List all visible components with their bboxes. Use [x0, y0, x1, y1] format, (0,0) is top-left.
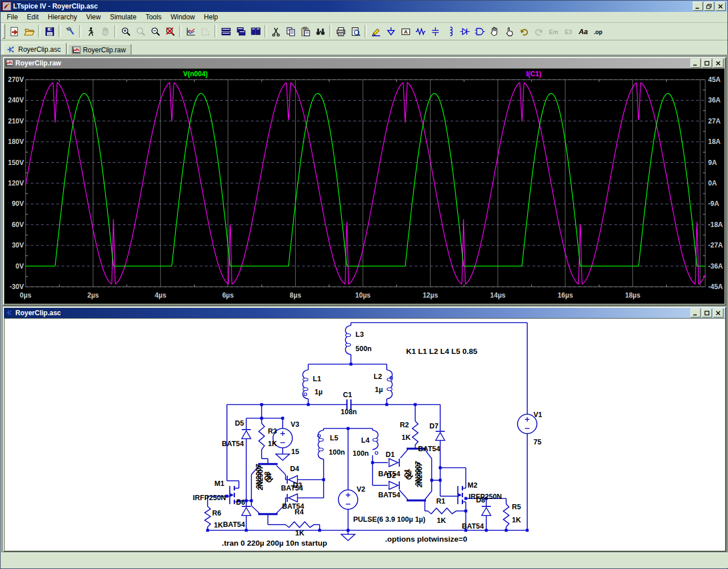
menu-window[interactable]: Window	[166, 13, 200, 22]
diode-symbol[interactable]	[389, 481, 398, 489]
cascade-windows-button[interactable]	[233, 24, 248, 39]
tile-vertical-button[interactable]	[248, 24, 263, 39]
diode-symbol[interactable]	[482, 508, 491, 516]
draw-wire-button[interactable]	[369, 24, 383, 39]
app-titlebar[interactable]: LTspice IV - RoyerClip.asc	[1, 1, 727, 12]
copy-button[interactable]	[283, 24, 298, 39]
wire[interactable]	[399, 490, 408, 500]
plot-settings-button[interactable]	[198, 24, 213, 39]
place-ground-button[interactable]	[383, 24, 398, 39]
open-button[interactable]	[22, 24, 36, 39]
spice-directive-button[interactable]: .op	[590, 24, 605, 39]
svg-text:A: A	[404, 28, 408, 34]
svg-text:.op: .op	[593, 28, 602, 35]
place-diode-button[interactable]	[457, 24, 472, 39]
mirror-button[interactable]: Em	[546, 24, 561, 39]
place-inductor-button[interactable]	[442, 24, 457, 39]
schematic-label-m2: M2	[468, 481, 477, 489]
tab-royerclip-raw[interactable]: RoyerClip.raw	[68, 44, 131, 56]
schematic-minimize-button[interactable]	[690, 308, 701, 318]
undo-button[interactable]	[516, 24, 531, 39]
trace-label-voltage[interactable]: V(n004)	[183, 70, 208, 78]
save-button[interactable]	[42, 24, 57, 39]
schematic-window: RoyerClip.asc L3500nK1 L1 L2 L4 L5 0.85L…	[3, 307, 726, 552]
diode-symbol[interactable]	[436, 432, 445, 440]
waveform-window-titlebar[interactable]: RoyerClip.raw	[4, 58, 725, 68]
app-minimize-button[interactable]	[693, 2, 703, 11]
wire[interactable]	[425, 491, 432, 500]
run-button[interactable]	[83, 24, 98, 39]
waveform-restore-button[interactable]	[702, 59, 712, 68]
place-net-label-button[interactable]: A	[398, 24, 413, 39]
ground-symbol[interactable]	[276, 454, 289, 460]
zoom-in-button[interactable]	[118, 24, 133, 39]
schematic-label-d6v: BAT54	[223, 521, 245, 529]
halt-button[interactable]	[98, 24, 113, 39]
control-panel-icon	[65, 26, 76, 37]
waveform-close-button[interactable]	[713, 59, 723, 68]
waveform-window-icon	[5, 59, 14, 67]
wire-node	[245, 500, 248, 502]
resistor-symbol[interactable]	[205, 506, 210, 527]
schematic-canvas[interactable]: L3500nK1 L1 L2 L4 L5 0.85L11µL21µC1108nD…	[4, 318, 725, 551]
x-tick-label: 6µs	[222, 291, 234, 299]
wire[interactable]	[400, 450, 408, 458]
menu-tools[interactable]: Tools	[141, 13, 166, 22]
undo-zoom-button[interactable]	[163, 24, 177, 39]
tab-royerclip-asc[interactable]: RoyerClip.asc	[3, 43, 67, 56]
menu-file[interactable]: File	[2, 13, 22, 22]
tile-horizontal-button[interactable]	[218, 24, 233, 39]
schematic-close-button[interactable]	[713, 308, 723, 318]
wire-node	[322, 479, 325, 481]
drag-button[interactable]	[502, 24, 516, 39]
diode-symbol[interactable]	[242, 431, 251, 439]
redo-button[interactable]	[531, 24, 546, 39]
print-button[interactable]	[333, 24, 348, 39]
inductor-symbol[interactable]	[303, 370, 308, 399]
print-preview-button[interactable]	[348, 24, 363, 39]
app-restore-button[interactable]	[704, 2, 714, 11]
zoom-out-button[interactable]	[148, 24, 163, 39]
resistor-symbol[interactable]	[428, 508, 456, 514]
diode-symbol[interactable]	[242, 508, 251, 516]
place-text-button[interactable]: Aa	[576, 24, 590, 39]
paste-button[interactable]	[298, 24, 313, 39]
trace-label-current[interactable]: I(C1)	[526, 70, 541, 78]
inductor-symbol[interactable]	[345, 325, 351, 354]
rotate-button[interactable]: E3	[561, 24, 576, 39]
place-resistor-button[interactable]	[413, 24, 428, 39]
control-panel-button[interactable]	[63, 24, 77, 39]
resistor-symbol[interactable]	[259, 423, 264, 450]
ltspice-main-window: LTspice IV - RoyerClip.asc FileEditHiera…	[0, 0, 728, 569]
place-component-button[interactable]	[472, 24, 487, 39]
menu-view[interactable]: View	[81, 13, 105, 22]
waveform-plot-area[interactable]: 270V240V210V180V150V120V90V60V30V0V-30V4…	[4, 68, 725, 304]
move-button[interactable]	[487, 24, 502, 39]
new-schematic-button[interactable]	[7, 24, 22, 39]
autorange-y-axis-button[interactable]	[183, 24, 198, 39]
schematic-restore-button[interactable]	[702, 308, 712, 318]
resistor-symbol[interactable]	[503, 504, 509, 527]
diode-symbol[interactable]	[389, 459, 398, 467]
zoom-full-extents-button[interactable]	[133, 24, 148, 39]
toolbar-grip[interactable]	[2, 24, 5, 39]
menu-simulate[interactable]: Simulate	[105, 13, 141, 22]
ground-symbol[interactable]	[341, 534, 355, 541]
resistor-symbol[interactable]	[286, 522, 314, 527]
resistor-symbol[interactable]	[412, 421, 418, 445]
menu-help[interactable]: Help	[200, 13, 223, 22]
wire-node	[526, 529, 529, 532]
place-capacitor-button[interactable]	[428, 24, 442, 39]
menu-hierarchy[interactable]: Hierarchy	[43, 13, 81, 22]
inductor-symbol[interactable]	[387, 370, 392, 399]
waveform-minimize-button[interactable]	[690, 59, 701, 68]
cut-button[interactable]	[268, 24, 283, 39]
wire[interactable]	[276, 465, 286, 475]
find-button[interactable]	[313, 24, 328, 39]
menu-edit[interactable]: Edit	[22, 13, 43, 22]
schematic-label-m1v: IRFP250N	[193, 494, 226, 502]
schematic-window-titlebar[interactable]: RoyerClip.asc	[4, 308, 725, 318]
wire[interactable]	[251, 506, 259, 513]
app-close-button[interactable]	[715, 2, 726, 11]
diode-symbol[interactable]	[288, 494, 297, 502]
